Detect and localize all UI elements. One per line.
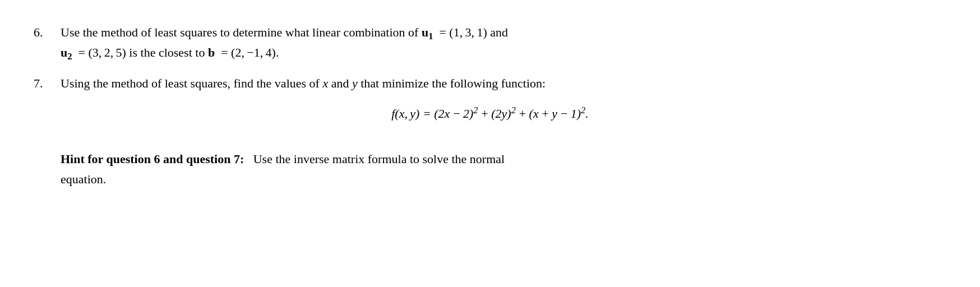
u1-vector: u1 [422,25,433,39]
problem-6-text: Use the method of least squares to deter… [61,22,946,63]
formula-7: f(x, y) = (2x − 2)2 + (2y)2 + (x + y − 1… [34,104,946,123]
hint-text: Use the inverse matrix formula to solve … [247,152,505,166]
page: 6. Use the method of least squares to de… [0,0,980,287]
problem-7-number: 7. [34,73,61,93]
hint-block: Hint for question 6 and question 7: Use … [34,149,946,190]
problem-7-line1: 7. Using the method of least squares, fi… [34,73,946,94]
u2-vector: u2 [61,45,72,59]
problem-6-number: 6. [34,22,61,42]
hint-label: Hint for question 6 and question 7: [61,152,244,166]
y-variable: y [352,76,358,90]
problem-7-text: Using the method of least squares, find … [61,73,946,94]
x-variable: x [322,76,328,90]
formula-7-text: f(x, y) = (2x − 2)2 + (2y)2 + (x + y − 1… [391,107,589,121]
hint-text-cont: equation. [61,172,106,186]
problem-6: 6. Use the method of least squares to de… [34,22,946,63]
problem-6-line1: 6. Use the method of least squares to de… [34,22,946,63]
b-vector: b [208,45,215,59]
problem-7: 7. Using the method of least squares, fi… [34,73,946,133]
